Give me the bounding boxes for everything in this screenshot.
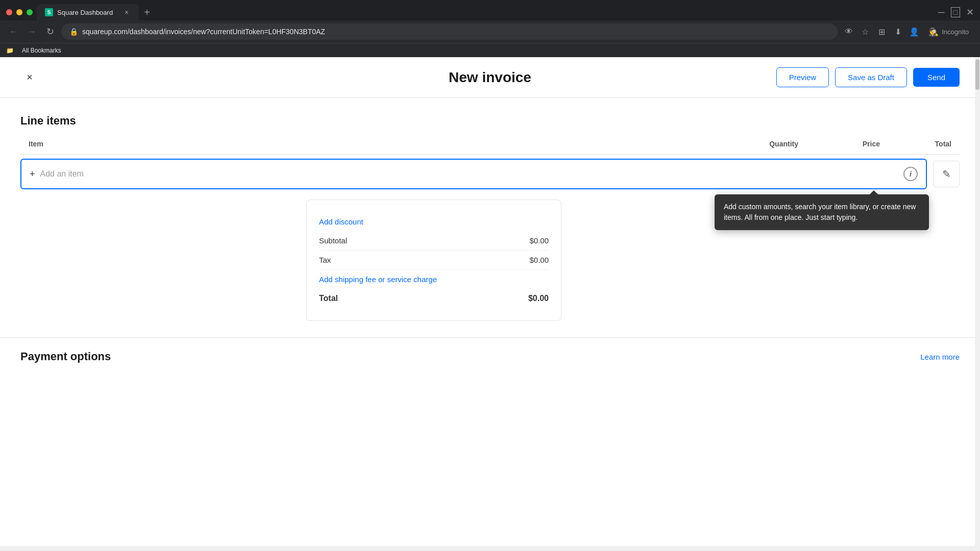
incognito-icon: 🕵 — [928, 27, 939, 37]
plus-icon: + — [30, 169, 35, 180]
pencil-icon: ✎ — [942, 168, 951, 180]
send-button[interactable]: Send — [913, 68, 960, 87]
tax-value: $0.00 — [529, 256, 549, 264]
total-label: Total — [319, 294, 338, 303]
tab-title: Square Dashboard — [57, 9, 118, 16]
all-bookmarks-link[interactable]: All Bookmarks — [18, 46, 65, 55]
download-icon[interactable]: ⬇ — [891, 24, 905, 39]
tooltip-box: Add custom amounts, search your item lib… — [715, 194, 929, 230]
total-row: Total $0.00 — [319, 289, 549, 308]
payment-section: Payment options Learn more — [0, 337, 980, 375]
col-total-header: Total — [880, 140, 951, 148]
save-draft-button[interactable]: Save as Draft — [835, 67, 907, 87]
tax-row: Tax $0.00 — [319, 251, 549, 270]
forward-button[interactable]: → — [24, 24, 39, 39]
browser-titlebar: S Square Dashboard × + ─ □ ✕ — [0, 0, 980, 20]
learn-more-link[interactable]: Learn more — [920, 353, 960, 361]
col-quantity-header: Quantity — [696, 140, 798, 148]
tooltip-container: Add custom amounts, search your item lib… — [715, 194, 929, 230]
page-title: New invoice — [449, 69, 531, 86]
scrollbar-thumb[interactable] — [975, 59, 979, 90]
tooltip-text: Add custom amounts, search your item lib… — [724, 203, 916, 221]
active-tab[interactable]: S Square Dashboard × — [37, 4, 139, 20]
add-item-input[interactable]: + Add an item i — [20, 159, 927, 189]
scrollbar-bottom — [0, 546, 975, 551]
new-tab-btn[interactable]: + — [140, 5, 154, 19]
window-close-btn[interactable] — [6, 9, 12, 15]
table-header: Item Quantity Price Total — [20, 140, 960, 155]
add-item-row: + Add an item i ✎ Add custom amounts, se… — [20, 159, 960, 189]
address-bar[interactable]: 🔒 squareup.com/dashboard/invoices/new?cu… — [61, 23, 838, 40]
tab-favicon: S — [45, 8, 53, 16]
incognito-badge: 🕵 Incognito — [923, 25, 974, 39]
eye-slash-icon[interactable]: 👁 — [842, 24, 856, 39]
browser-tabs: S Square Dashboard × + — [37, 4, 154, 20]
profile-icon[interactable]: 👤 — [907, 24, 921, 39]
reload-button[interactable]: ↻ — [43, 24, 57, 39]
tooltip-arrow — [870, 190, 878, 194]
app-content: × New invoice Preview Save as Draft Send… — [0, 57, 980, 551]
star-icon[interactable]: ☆ — [858, 24, 872, 39]
payment-title: Payment options — [20, 350, 111, 363]
extension-icon[interactable]: ⊞ — [874, 24, 889, 39]
info-icon-button[interactable]: i — [903, 167, 918, 181]
total-value: $0.00 — [528, 294, 549, 303]
app-header: × New invoice Preview Save as Draft Send — [0, 57, 980, 98]
preview-button[interactable]: Preview — [776, 67, 829, 87]
header-left: × — [20, 68, 39, 87]
tab-close-btn[interactable]: × — [122, 8, 131, 16]
window-restore-icon[interactable]: □ — [951, 7, 960, 17]
window-minimize-btn[interactable] — [16, 9, 22, 15]
main-content: Line items Item Quantity Price Total + A… — [0, 98, 980, 337]
window-close-icon[interactable]: ✕ — [966, 7, 974, 18]
tax-label: Tax — [319, 256, 331, 264]
back-button[interactable]: ← — [6, 24, 20, 39]
close-button[interactable]: × — [20, 68, 39, 87]
bookmarks-folder-icon: 📁 — [6, 47, 14, 54]
summary-panel: Add discount Subtotal $0.00 Tax $0.00 Ad… — [306, 199, 561, 321]
browser-chrome: S Square Dashboard × + ─ □ ✕ ← → ↻ 🔒 squ… — [0, 0, 980, 57]
subtotal-label: Subtotal — [319, 236, 347, 245]
window-minimize-icon[interactable]: ─ — [938, 7, 945, 18]
add-shipping-link[interactable]: Add shipping fee or service charge — [319, 270, 549, 289]
scrollbar-right[interactable] — [975, 57, 980, 551]
url-text: squareup.com/dashboard/invoices/new?curr… — [82, 28, 829, 36]
subtotal-row: Subtotal $0.00 — [319, 231, 549, 251]
bookmarks-bar: 📁 All Bookmarks — [0, 43, 980, 57]
incognito-label: Incognito — [942, 28, 969, 36]
window-maximize-btn[interactable] — [27, 9, 33, 15]
col-price-header: Price — [798, 140, 880, 148]
add-discount-link[interactable]: Add discount — [319, 212, 549, 231]
lock-icon: 🔒 — [69, 28, 78, 36]
line-items-title: Line items — [20, 114, 960, 128]
header-actions: Preview Save as Draft Send — [776, 67, 960, 87]
col-item-header: Item — [29, 140, 696, 148]
pencil-icon-button[interactable]: ✎ — [933, 161, 960, 187]
add-item-placeholder: Add an item — [40, 169, 84, 179]
browser-actions: 👁 ☆ ⊞ ⬇ 👤 🕵 Incognito — [842, 24, 974, 39]
subtotal-value: $0.00 — [529, 236, 549, 245]
browser-toolbar: ← → ↻ 🔒 squareup.com/dashboard/invoices/… — [0, 20, 980, 43]
